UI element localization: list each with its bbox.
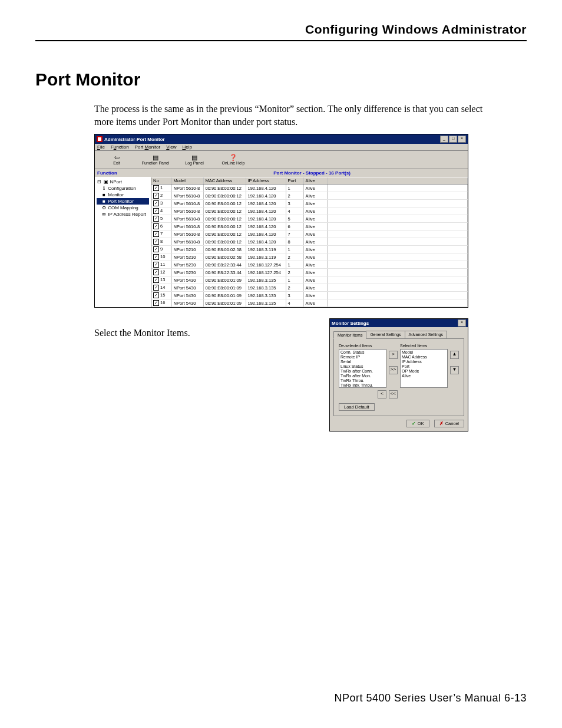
table-row[interactable]: ✓ 3NPort 5610-800:90:E8:00:00:12192.168.… <box>151 200 468 207</box>
tabs[interactable]: Monitor ItemsGeneral SettingsAdvanced Se… <box>333 331 464 339</box>
table-row[interactable]: ✓ 9NPort 521000:90:E8:00:02:58192.168.3.… <box>151 246 468 253</box>
row-checkbox[interactable]: ✓ <box>153 223 159 229</box>
menubar[interactable]: File Function Port Monitor View Help <box>95 144 468 151</box>
titlebar[interactable]: Administrator-Port Monitor _ □ × <box>95 134 468 144</box>
table-row[interactable]: ✓ 10NPort 521000:90:E8:00:02:58192.168.3… <box>151 253 468 261</box>
dialog-close-button[interactable]: × <box>458 319 466 327</box>
tree-item-com-mapping[interactable]: ⚙ COM Mapping <box>97 205 149 211</box>
row-checkbox[interactable]: ✓ <box>153 216 159 222</box>
move-up-button[interactable]: ▲ <box>450 351 459 359</box>
col-no[interactable]: No <box>151 177 171 185</box>
list-item[interactable]: Tx/Rx Throu. <box>340 378 385 383</box>
row-checkbox[interactable]: ✓ <box>153 231 159 237</box>
toolbar-label: Exit <box>113 161 120 165</box>
tree-item-port-monitor[interactable]: ■ Port Monitor <box>97 198 149 205</box>
maximize-button[interactable]: □ <box>449 136 457 143</box>
load-default-button[interactable]: Load Default <box>339 403 375 411</box>
list-item[interactable]: Tx/Rx after Conn. <box>340 369 385 374</box>
table-row[interactable]: ✓ 16NPort 543000:90:E8:00:01:09192.168.3… <box>151 299 468 307</box>
col-mac-address[interactable]: MAC Address <box>203 177 246 185</box>
move-left-button[interactable]: < <box>378 390 386 398</box>
toolbar-function-panel[interactable]: ▤Function Panel <box>136 153 175 167</box>
table-row[interactable]: ✓ 4NPort 5610-800:90:E8:00:00:12192.168.… <box>151 207 468 215</box>
list-item[interactable]: Alive <box>402 374 446 378</box>
row-checkbox[interactable]: ✓ <box>153 292 159 298</box>
row-checkbox[interactable]: ✓ <box>153 277 159 283</box>
list-item[interactable]: Conn. Status <box>340 350 385 355</box>
toolbar-exit[interactable]: ⇦Exit <box>97 153 136 167</box>
port-grid[interactable]: NoModelMAC AddressIP AddressPortAlive ✓ … <box>151 177 468 307</box>
move-down-button[interactable]: ▼ <box>450 366 459 374</box>
row-checkbox[interactable]: ✓ <box>153 239 159 245</box>
dialog-titlebar[interactable]: Monitor Settings × <box>330 319 468 327</box>
row-checkbox[interactable]: ✓ <box>153 193 159 199</box>
table-row[interactable]: ✓ 15NPort 543000:90:E8:00:01:09192.168.3… <box>151 292 468 299</box>
col-model[interactable]: Model <box>171 177 203 185</box>
list-item[interactable]: Port <box>402 364 446 369</box>
close-button[interactable]: × <box>458 136 466 143</box>
list-item[interactable]: Remote IP <box>340 355 385 360</box>
col-extra[interactable] <box>327 177 468 185</box>
toolbar-log-panel[interactable]: ▤Log Panel <box>175 153 214 167</box>
list-item[interactable]: Tx/Rx Intv. Throu. <box>340 383 385 388</box>
row-checkbox[interactable]: ✓ <box>153 262 159 268</box>
table-row[interactable]: ✓ 14NPort 543000:90:E8:00:01:09192.168.3… <box>151 284 468 292</box>
table-row[interactable]: ✓ 12NPort 523000:90:E8:22:33:44192.168.1… <box>151 269 468 276</box>
cell-alive: Alive <box>303 200 327 207</box>
move-right-button[interactable]: > <box>389 351 398 359</box>
menu-file[interactable]: File <box>97 144 105 150</box>
row-checkbox[interactable]: ✓ <box>153 185 159 191</box>
selected-listbox[interactable]: ModelMAC AddressIP AddressPortOP ModeAli… <box>400 349 448 388</box>
tab-general-settings[interactable]: General Settings <box>366 331 405 338</box>
ok-button[interactable]: ✓ OK <box>406 420 429 427</box>
menu-port-monitor[interactable]: Port Monitor <box>135 144 161 150</box>
table-row[interactable]: ✓ 1NPort 5610-800:90:E8:00:00:12192.168.… <box>151 185 468 192</box>
table-row[interactable]: ✓ 13NPort 543000:90:E8:00:01:09192.168.3… <box>151 276 468 284</box>
tab-advanced-settings[interactable]: Advanced Settings <box>405 331 447 338</box>
list-item[interactable]: Serial <box>340 360 385 364</box>
minimize-button[interactable]: _ <box>440 136 448 143</box>
table-row[interactable]: ✓ 7NPort 5610-800:90:E8:00:00:12192.168.… <box>151 230 468 238</box>
tree-item-configuration[interactable]: ℹ Configuration <box>97 185 149 192</box>
deselected-listbox[interactable]: Conn. StatusRemote IPSerialLinux StatusT… <box>339 349 386 388</box>
tab-monitor-items[interactable]: Monitor Items <box>333 331 366 339</box>
row-checkbox[interactable]: ✓ <box>153 254 159 260</box>
row-checkbox[interactable]: ✓ <box>153 300 159 306</box>
list-item[interactable]: Tx/Rx after Mon. <box>340 374 385 378</box>
cancel-button[interactable]: ✗ Cancel <box>434 420 464 427</box>
table-row[interactable]: ✓ 11NPort 523000:90:E8:22:33:44192.168.1… <box>151 261 468 269</box>
cell-ip: 192.168.3.135 <box>246 292 286 299</box>
col-ip-address[interactable]: IP Address <box>246 177 286 185</box>
tree-item-monitor[interactable]: ■ Monitor <box>97 192 149 198</box>
list-item[interactable]: Model <box>402 350 446 355</box>
table-row[interactable]: ✓ 5NPort 5610-800:90:E8:00:00:12192.168.… <box>151 215 468 223</box>
tree-item-ip-address-report[interactable]: ✉ IP Address Report <box>97 211 149 218</box>
menu-view[interactable]: View <box>166 144 176 150</box>
menu-function[interactable]: Function <box>111 144 129 150</box>
table-row[interactable]: ✓ 6NPort 5610-800:90:E8:00:00:12192.168.… <box>151 223 468 230</box>
row-checkbox[interactable]: ✓ <box>153 208 159 214</box>
list-item[interactable]: OP Mode <box>402 369 446 374</box>
list-item[interactable]: Linux Status <box>340 364 385 369</box>
table-row[interactable]: ✓ 8NPort 5610-800:90:E8:00:00:12192.168.… <box>151 238 468 246</box>
list-item[interactable]: IP Address <box>402 360 446 364</box>
move-all-left-button[interactable]: << <box>389 390 398 398</box>
col-alive[interactable]: Alive <box>303 177 327 185</box>
table-row[interactable]: ✓ 2NPort 5610-800:90:E8:00:00:12192.168.… <box>151 192 468 200</box>
toolbar-online-help[interactable]: ❓OnLine Help <box>214 153 253 167</box>
menu-help[interactable]: Help <box>182 144 191 150</box>
expand-icon[interactable]: ⊟ <box>97 179 102 185</box>
cell-model: NPort 5230 <box>171 261 203 269</box>
cell-mac: 00:90:E8:00:01:09 <box>203 299 246 307</box>
list-item[interactable]: MAC Address <box>402 355 446 360</box>
row-checkbox[interactable]: ✓ <box>153 285 159 291</box>
row-checkbox[interactable]: ✓ <box>153 200 159 206</box>
tree-label: Port Monitor <box>108 199 134 204</box>
function-tree[interactable]: ⊟ ▣ NPort ℹ Configuration■ Monitor■ Port… <box>95 177 151 307</box>
tree-root[interactable]: ⊟ ▣ NPort ℹ Configuration■ Monitor■ Port… <box>97 179 149 218</box>
move-all-right-button[interactable]: >> <box>389 366 398 374</box>
row-checkbox[interactable]: ✓ <box>153 269 159 275</box>
col-port[interactable]: Port <box>286 177 303 185</box>
cell-ip: 192.168.127.254 <box>246 269 286 276</box>
row-checkbox[interactable]: ✓ <box>153 246 159 252</box>
